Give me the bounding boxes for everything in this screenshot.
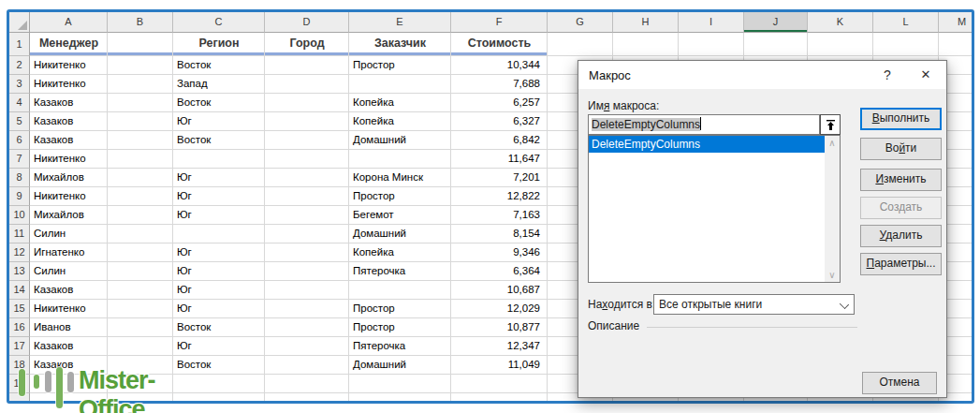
cell-C5[interactable]: Юг [173, 112, 265, 131]
macros-in-dropdown[interactable]: Все открытые книги [653, 294, 855, 315]
cell-D1[interactable]: Город [265, 33, 349, 56]
cell-E17[interactable]: Пятерочка [349, 337, 451, 356]
column-header-F[interactable]: F [451, 12, 548, 33]
row-header-1[interactable]: 1 [9, 33, 30, 56]
cell-F20[interactable] [451, 393, 548, 404]
row-header-4[interactable]: 4 [9, 94, 30, 112]
cell-E14[interactable] [349, 281, 451, 300]
cell-C10[interactable]: Юг [173, 206, 265, 225]
cell-E10[interactable]: Бегемот [349, 206, 451, 225]
cell-C9[interactable]: Юг [173, 187, 265, 206]
row-header-3[interactable]: 3 [9, 75, 30, 94]
cell-D13[interactable] [265, 262, 349, 281]
cell-C8[interactable]: Юг [173, 169, 265, 187]
cancel-button[interactable]: Отмена [862, 372, 937, 394]
cell-D18[interactable] [265, 356, 349, 375]
column-header-J[interactable]: J [744, 12, 808, 33]
run-button[interactable]: Выполнить [860, 108, 942, 130]
cell-B12[interactable] [108, 243, 173, 262]
cell-F12[interactable]: 9,346 [451, 243, 548, 262]
cell-C7[interactable] [173, 150, 265, 169]
cell-D10[interactable] [265, 206, 349, 225]
cell-B11[interactable] [108, 225, 173, 243]
edit-button[interactable]: Изменить [860, 169, 942, 191]
step-into-button[interactable]: Войти [860, 138, 942, 160]
row-header-9[interactable]: 9 [9, 187, 30, 206]
cell-C11[interactable] [173, 225, 265, 243]
cell-C4[interactable]: Восток [173, 94, 265, 112]
scroll-up-icon[interactable]: ∧ [825, 138, 840, 148]
cell-D2[interactable] [265, 56, 349, 75]
cell-E4[interactable]: Копейка [349, 94, 451, 112]
cell-D19[interactable] [265, 375, 349, 393]
cell-A9[interactable]: Никитенко [30, 187, 108, 206]
cell-C17[interactable]: Юг [173, 337, 265, 356]
row-header-6[interactable]: 6 [9, 131, 30, 150]
cell-E12[interactable]: Копейка [349, 243, 451, 262]
cell-C16[interactable]: Восток [173, 318, 265, 337]
cell-D15[interactable] [265, 300, 349, 318]
cell-B9[interactable] [108, 187, 173, 206]
cell-C13[interactable]: Юг [173, 262, 265, 281]
cell-E9[interactable]: Простор [349, 187, 451, 206]
cell-F19[interactable] [451, 375, 548, 393]
cell-A19[interactable] [30, 375, 108, 393]
cell-F5[interactable]: 6,327 [451, 112, 548, 131]
cell-A17[interactable]: Казаков [30, 337, 108, 356]
cell-F3[interactable]: 7,688 [451, 75, 548, 94]
column-header-B[interactable]: B [108, 12, 173, 33]
column-header-M[interactable]: M [939, 12, 974, 33]
cell-D7[interactable] [265, 150, 349, 169]
cell-A20[interactable] [30, 393, 108, 404]
cell-C14[interactable]: Юг [173, 281, 265, 300]
cell-B15[interactable] [108, 300, 173, 318]
cell-B1[interactable] [108, 33, 173, 56]
cell-F18[interactable]: 11,049 [451, 356, 548, 375]
cell-E18[interactable]: Домашний [349, 356, 451, 375]
cell-L1[interactable] [873, 33, 939, 56]
cell-D12[interactable] [265, 243, 349, 262]
cell-E5[interactable]: Копейка [349, 112, 451, 131]
cell-B14[interactable] [108, 281, 173, 300]
cell-C1[interactable]: Регион [173, 33, 265, 56]
cell-F7[interactable]: 11,647 [451, 150, 548, 169]
cell-D6[interactable] [265, 131, 349, 150]
cell-A11[interactable]: Силин [30, 225, 108, 243]
cell-F9[interactable]: 12,822 [451, 187, 548, 206]
macro-name-input[interactable]: DeleteEmptyColumns [588, 114, 820, 135]
dialog-titlebar[interactable]: Макрос ? ✕ [578, 61, 946, 89]
row-header-2[interactable]: 2 [9, 56, 30, 75]
cell-C12[interactable]: Юг [173, 243, 265, 262]
delete-button[interactable]: Удалить [860, 225, 942, 247]
cell-B4[interactable] [108, 94, 173, 112]
cell-C2[interactable]: Восток [173, 56, 265, 75]
cell-D17[interactable] [265, 337, 349, 356]
cell-E1[interactable]: Заказчик [349, 33, 451, 56]
scroll-down-icon[interactable]: ∨ [825, 270, 840, 280]
cell-E20[interactable] [349, 393, 451, 404]
cell-E16[interactable]: Простор [349, 318, 451, 337]
cell-F6[interactable]: 6,842 [451, 131, 548, 150]
cell-E2[interactable]: Простор [349, 56, 451, 75]
cell-A12[interactable]: Игнатенко [30, 243, 108, 262]
cell-C19[interactable] [173, 375, 265, 393]
row-header-19[interactable]: 19 [9, 375, 30, 393]
cell-B13[interactable] [108, 262, 173, 281]
cell-F13[interactable]: 6,364 [451, 262, 548, 281]
cell-F17[interactable]: 12,347 [451, 337, 548, 356]
row-header-7[interactable]: 7 [9, 150, 30, 169]
cell-M1[interactable] [939, 33, 974, 56]
cell-E15[interactable]: Простор [349, 300, 451, 318]
cell-B8[interactable] [108, 169, 173, 187]
row-header-13[interactable]: 13 [9, 262, 30, 281]
cell-A16[interactable]: Иванов [30, 318, 108, 337]
cell-B5[interactable] [108, 112, 173, 131]
close-icon[interactable]: ✕ [916, 67, 935, 81]
cell-D8[interactable] [265, 169, 349, 187]
cell-B10[interactable] [108, 206, 173, 225]
cell-E3[interactable] [349, 75, 451, 94]
cell-B3[interactable] [108, 75, 173, 94]
cell-B16[interactable] [108, 318, 173, 337]
macro-list[interactable]: DeleteEmptyColumns ∧ ∨ [588, 135, 841, 283]
cell-E11[interactable]: Домашний [349, 225, 451, 243]
